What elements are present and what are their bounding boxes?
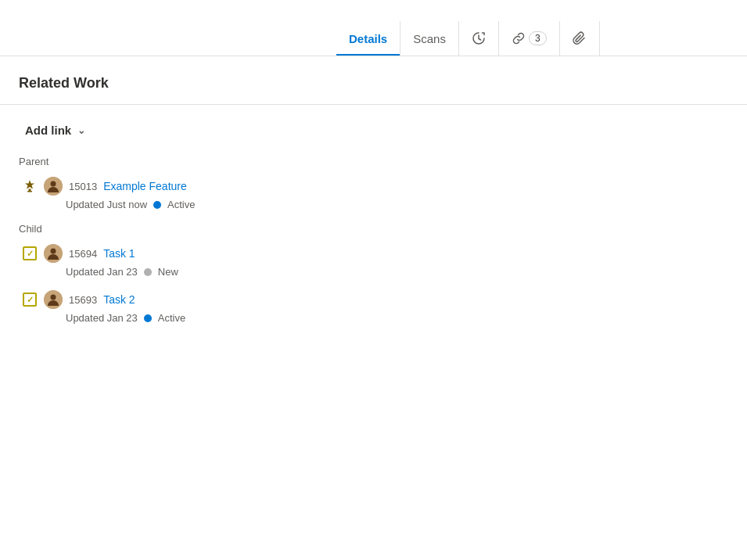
page-title: Related Work [0, 75, 747, 105]
feature-icon [22, 178, 38, 194]
svg-rect-0 [27, 191, 32, 192]
work-item-id: 15693 [69, 294, 97, 306]
svg-point-3 [51, 181, 56, 187]
list-item: ✓ 15694 Task 1 Updated Jan 23 [19, 244, 728, 278]
avatar [44, 290, 63, 309]
tab-attachments[interactable] [560, 21, 600, 56]
svg-point-5 [51, 249, 56, 254]
tab-links[interactable]: 3 [499, 21, 560, 56]
tab-scans-label: Scans [413, 32, 446, 45]
work-item-updated: Updated Just now [66, 199, 147, 210]
status-dot-active [153, 201, 161, 209]
task-icon: ✓ [22, 292, 38, 307]
work-item-id: 15013 [69, 181, 97, 192]
work-item-header: ✓ 15693 Task 2 [22, 290, 728, 309]
task-icon: ✓ [22, 246, 38, 261]
links-badge: 3 [529, 31, 547, 45]
list-item: ✓ 15693 Task 2 Updated Jan 23 [19, 290, 728, 324]
add-link-label: Add link [25, 124, 71, 137]
group-child-label: Child [19, 223, 728, 235]
tab-details-label: Details [349, 32, 387, 45]
work-item-header: 15013 Example Feature [22, 177, 728, 196]
work-item-updated: Updated Jan 23 [66, 312, 138, 324]
work-item-meta: Updated Just now Active [22, 199, 728, 210]
work-item-status: Active [167, 199, 195, 210]
tab-history[interactable] [459, 21, 499, 56]
tab-scans[interactable]: Scans [400, 21, 459, 56]
svg-point-7 [51, 295, 56, 300]
history-icon [472, 31, 486, 45]
tab-bar: Details Scans 3 [0, 0, 747, 56]
work-item-title[interactable]: Task 2 [103, 293, 135, 306]
tab-details[interactable]: Details [336, 21, 400, 56]
work-item-updated: Updated Jan 23 [66, 266, 138, 278]
work-item-title[interactable]: Task 1 [103, 247, 135, 260]
work-item-id: 15694 [69, 248, 97, 260]
work-item-header: ✓ 15694 Task 1 [22, 244, 728, 263]
content-body: Add link ⌄ Parent [0, 105, 747, 352]
svg-rect-1 [29, 189, 31, 192]
work-item-status: Active [158, 312, 185, 324]
work-item-title[interactable]: Example Feature [103, 180, 187, 192]
add-link-button[interactable]: Add link ⌄ [19, 120, 92, 140]
link-icon [512, 31, 526, 45]
status-dot-active [144, 314, 152, 322]
work-item-status: New [158, 266, 178, 278]
work-item-meta: Updated Jan 23 New [22, 266, 728, 278]
status-dot-new [144, 268, 152, 276]
avatar [44, 177, 63, 196]
attach-icon [573, 31, 587, 45]
group-parent: Parent [19, 156, 728, 210]
group-parent-label: Parent [19, 156, 728, 167]
avatar [44, 244, 63, 263]
work-item-meta: Updated Jan 23 Active [22, 312, 728, 324]
group-child: Child ✓ [19, 223, 728, 324]
chevron-down-icon: ⌄ [77, 125, 85, 136]
links-tab-container: 3 [512, 31, 547, 45]
list-item: 15013 Example Feature Updated Just now A… [19, 177, 728, 210]
main-content: Related Work Add link ⌄ Parent [0, 56, 747, 352]
